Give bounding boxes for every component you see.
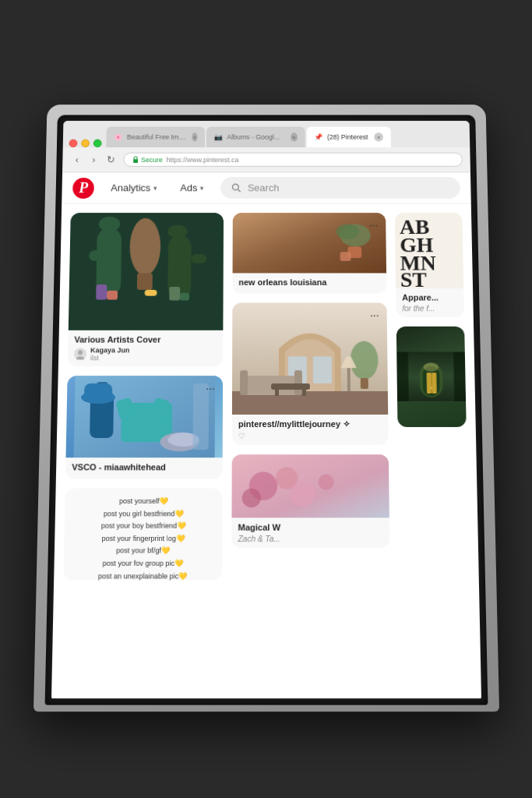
pin-title-vsco: VSCO - miaawhitehead bbox=[72, 462, 216, 471]
heart-button-lr[interactable]: ♡ bbox=[238, 432, 382, 440]
tab-label-2: Albums - Google Photos bbox=[227, 133, 284, 140]
tab-close-2[interactable]: × bbox=[290, 132, 297, 141]
ads-label: Ads bbox=[180, 182, 197, 193]
svg-point-18 bbox=[76, 356, 83, 359]
svg-rect-64 bbox=[426, 373, 431, 394]
tab-favicon-3: 📌 bbox=[314, 133, 322, 140]
forward-button[interactable]: › bbox=[86, 153, 100, 166]
pin-info-magical: Magical W Zach & Ta... bbox=[231, 517, 389, 548]
search-placeholder: Search bbox=[247, 182, 278, 193]
magical-svg bbox=[231, 454, 389, 517]
main-content: ··· Various Artists Cover bbox=[51, 204, 481, 699]
analytics-chevron: ▾ bbox=[153, 184, 157, 192]
typography-image: AB GH MN ST bbox=[394, 213, 463, 288]
search-icon bbox=[231, 183, 241, 192]
laptop-shell: 🌸 Beautiful Free Images & Pictu... × 📷 A… bbox=[33, 104, 499, 711]
pin-card-cactus[interactable]: ··· Various Artists Cover bbox=[67, 213, 223, 366]
pin-info-no: new orleans louisiana bbox=[232, 273, 386, 293]
nav-buttons: ‹ › ↻ bbox=[69, 153, 117, 166]
pin-title-magical: Magical W bbox=[238, 523, 382, 532]
refresh-button[interactable]: ↻ bbox=[103, 153, 117, 166]
pinterest-logo[interactable]: P bbox=[72, 178, 94, 199]
tab-bar: 🌸 Beautiful Free Images & Pictu... × 📷 A… bbox=[62, 121, 470, 147]
magical-image bbox=[231, 454, 389, 517]
ads-chevron: ▾ bbox=[200, 184, 204, 192]
cactus-art-image bbox=[68, 213, 223, 330]
pin-card-neworleans[interactable]: ··· new orleans louisiana bbox=[232, 213, 386, 294]
svg-rect-7 bbox=[96, 284, 107, 300]
url-bar[interactable]: Secure https://www.pinterest.ca bbox=[123, 153, 463, 167]
svg-rect-43 bbox=[270, 383, 309, 390]
pin-card-livingroom[interactable]: ··· pinterest//mylittlejourney ✧ ♡ bbox=[231, 303, 388, 446]
pin-column-3: AB GH MN ST Appare... for the f... bbox=[394, 213, 471, 688]
pin-more-no[interactable]: ··· bbox=[365, 217, 381, 232]
svg-line-2 bbox=[238, 189, 240, 192]
back-button[interactable]: ‹ bbox=[69, 153, 83, 166]
tab-pinterest[interactable]: 📌 (28) Pinterest × bbox=[306, 127, 390, 147]
living-room-image bbox=[231, 303, 387, 415]
ads-nav-item[interactable]: Ads ▾ bbox=[174, 179, 210, 196]
pin-more-vsco[interactable]: ··· bbox=[203, 380, 218, 396]
svg-point-17 bbox=[78, 350, 83, 355]
pin-subtitle-magical: Zach & Ta... bbox=[238, 535, 383, 543]
svg-rect-66 bbox=[432, 373, 436, 394]
dark-forest-image bbox=[396, 327, 466, 427]
url-text: https://www.pinterest.ca bbox=[166, 156, 238, 164]
no-svg bbox=[232, 213, 386, 273]
tab-close-1[interactable]: × bbox=[192, 132, 197, 141]
close-button[interactable] bbox=[69, 139, 77, 147]
search-bar[interactable]: Search bbox=[220, 177, 460, 199]
svg-rect-38 bbox=[312, 356, 331, 383]
pin-column-1: ··· Various Artists Cover bbox=[61, 213, 223, 688]
svg-rect-5 bbox=[89, 250, 106, 261]
minimize-button[interactable] bbox=[81, 139, 90, 147]
secure-text: Secure bbox=[140, 156, 162, 164]
tab-close-3[interactable]: × bbox=[374, 132, 383, 141]
svg-rect-69 bbox=[396, 352, 408, 401]
svg-rect-44 bbox=[274, 390, 278, 396]
svg-point-1 bbox=[232, 184, 238, 190]
traffic-lights bbox=[69, 139, 101, 147]
svg-rect-8 bbox=[107, 291, 118, 300]
pin-card-darkforest[interactable] bbox=[396, 327, 466, 427]
tab-favicon-2: 📷 bbox=[213, 133, 222, 140]
pin-card-typography[interactable]: AB GH MN ST Appare... for the f... bbox=[394, 213, 463, 317]
pin-card-vsco[interactable]: ··· VSCO - miaawhitehead bbox=[65, 376, 222, 478]
tab-favicon-1: 🌸 bbox=[114, 133, 122, 140]
pin-info-vsco: VSCO - miaawhitehead bbox=[65, 457, 222, 478]
author-avatar-cactus bbox=[73, 348, 86, 360]
address-bar: ‹ › ↻ Secure https://www.pinterest.ca bbox=[62, 147, 470, 172]
svg-rect-15 bbox=[169, 287, 180, 301]
svg-text:ST: ST bbox=[400, 267, 426, 288]
fullscreen-button[interactable] bbox=[93, 139, 101, 147]
svg-rect-47 bbox=[360, 378, 368, 389]
pin-card-textpost[interactable]: post yourself💛 post you girl bestfriend💛… bbox=[63, 489, 222, 581]
pin-title-cactus: Various Artists Cover bbox=[74, 335, 217, 344]
pin-card-magical[interactable]: Magical W Zach & Ta... bbox=[231, 454, 389, 548]
pin-title-lr: pinterest//mylittlejourney ✧ bbox=[238, 419, 382, 429]
pin-author-cactus: Kagaya Jun ilst bbox=[73, 347, 216, 362]
pin-more-cactus[interactable]: ··· bbox=[203, 217, 219, 232]
pin-column-2: ··· new orleans louisiana bbox=[231, 213, 391, 688]
pin-info-lr: pinterest//mylittlejourney ✧ ♡ bbox=[231, 415, 388, 445]
svg-rect-16 bbox=[180, 293, 189, 301]
tab-label-3: (28) Pinterest bbox=[326, 133, 368, 140]
pin-more-lr[interactable]: ··· bbox=[366, 307, 382, 323]
svg-rect-10 bbox=[136, 273, 152, 289]
pinterest-navbar: P Analytics ▾ Ads ▾ Search bbox=[62, 172, 471, 203]
screen-bezel: 🌸 Beautiful Free Images & Pictu... × 📷 A… bbox=[44, 115, 488, 705]
svg-rect-41 bbox=[240, 370, 248, 395]
tab-label-1: Beautiful Free Images & Pictu... bbox=[126, 133, 185, 140]
pin-info-typography: Appare... for the f... bbox=[396, 288, 464, 317]
vsco-svg bbox=[73, 376, 215, 457]
tab-google-photos[interactable]: 📷 Albums - Google Photos × bbox=[206, 127, 305, 147]
svg-rect-70 bbox=[453, 352, 466, 401]
tab-beautiful-images[interactable]: 🌸 Beautiful Free Images & Pictu... × bbox=[106, 127, 205, 147]
pin-info-cactus: Various Artists Cover Kagaya Jun bbox=[67, 330, 223, 366]
browser-window: 🌸 Beautiful Free Images & Pictu... × 📷 A… bbox=[51, 121, 481, 698]
author-name: Kagaya Jun ilst bbox=[90, 347, 129, 362]
lock-icon bbox=[132, 156, 139, 164]
vsco-image bbox=[65, 376, 223, 457]
pin-title-typography: Appare... bbox=[402, 293, 457, 302]
analytics-nav-item[interactable]: Analytics ▾ bbox=[104, 179, 164, 196]
